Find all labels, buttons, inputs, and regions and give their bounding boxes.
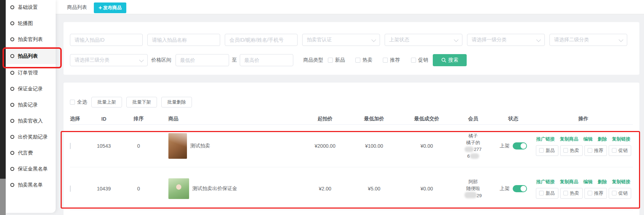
edit-action[interactable]: 编辑 [583, 179, 593, 185]
sidebar-item-bid-reward-records[interactable]: 出价奖励记录 [6, 129, 56, 145]
sidebar-item-label: 出价奖励记录 [18, 134, 48, 140]
tag-checkbox-new[interactable]: 新品 [536, 145, 558, 156]
sidebar-item-label: 订单管理 [18, 70, 38, 76]
tag-checkbox-new[interactable]: 新品 [536, 188, 558, 199]
header-id: ID [90, 116, 118, 122]
sidebar-item-deposit-records[interactable]: 保证金记录 [6, 81, 56, 97]
status-label: 上架 [500, 185, 510, 192]
type-checkbox-hot[interactable]: 热卖 [355, 57, 372, 63]
row-sort: 0 [118, 186, 159, 192]
header-select: 选择 [70, 116, 90, 122]
sidebar-item-auction-records[interactable]: 拍卖记录 [6, 97, 56, 113]
tag-checkbox-promo[interactable]: 促销 [609, 188, 631, 199]
batch-actions-row: 全选 批量上架 批量下架 批量删除 [70, 97, 192, 108]
sidebar-item-order-management[interactable]: 订单管理 [6, 65, 56, 81]
copy-link-action[interactable]: 复制链接 [612, 179, 630, 185]
table-row: 10543 0 测试拍卖 ¥2000.00 ¥100.00 ¥0.00 橘子 橘… [70, 125, 633, 167]
type-checkbox-promo[interactable]: 促销 [411, 57, 428, 63]
edit-action[interactable]: 编辑 [583, 136, 593, 142]
sidebar-item-carousel[interactable]: 轮播图 [6, 15, 56, 31]
delete-action[interactable]: 删除 [598, 179, 607, 185]
tab-product-list[interactable]: 商品列表 [67, 0, 87, 14]
copy-link-action[interactable]: 复制链接 [612, 136, 630, 142]
tag-checkbox-recommend[interactable]: 推荐 [584, 145, 607, 156]
sidebar-item-label: 基础设置 [18, 4, 38, 11]
shelf-toggle-on[interactable] [513, 142, 527, 150]
topbar: 商品列表 + 发布商品 [56, 0, 644, 14]
tag-checkbox-recommend[interactable]: 推荐 [584, 188, 607, 199]
sidebar-item-auction-blacklist[interactable]: 拍卖黑名单 [6, 177, 56, 193]
circle-icon [10, 103, 14, 107]
checkbox-icon[interactable] [383, 58, 388, 63]
checkbox-icon[interactable] [563, 148, 568, 153]
product-image [168, 133, 187, 159]
row-actions: 推广链接 复制商品 编辑 删除 复制链接 新品 热卖 [534, 136, 633, 156]
sidebar-item-basic-settings[interactable]: 基础设置 [6, 0, 56, 15]
left-edge-strip-lower [0, 179, 6, 215]
tag-label: 推荐 [594, 147, 603, 154]
price-range-label: 价格区间 [151, 57, 171, 63]
promo-link-action[interactable]: 推广链接 [536, 179, 555, 185]
shelf-toggle-on[interactable] [513, 185, 527, 192]
publish-product-button[interactable]: + 发布商品 [94, 2, 126, 13]
checkbox-icon[interactable] [588, 148, 592, 153]
shelf-status-select[interactable]: 上架状态 [385, 34, 462, 46]
sidebar-item-auctioneer-income[interactable]: 拍卖官收入 [6, 113, 56, 129]
plus-icon: + [98, 5, 102, 11]
sidebar-item-label: 拍卖黑名单 [18, 182, 43, 188]
select-all-checkbox[interactable]: 全选 [70, 99, 87, 105]
checkbox-icon[interactable] [70, 100, 75, 105]
category-level2-select[interactable]: 请选择二级分类 [549, 34, 627, 46]
tag-checkbox-hot[interactable]: 热卖 [560, 188, 583, 199]
sidebar-item-lot-list[interactable]: 拍品列表 [6, 48, 56, 64]
table-header-row: 选择 ID 排序 商品 起拍价 最低加价 最低成交价 会员 状态 操作 [70, 113, 633, 125]
batch-on-shelf-button[interactable]: 批量上架 [91, 97, 122, 108]
status-label: 上架 [500, 143, 510, 149]
tag-label: 热卖 [570, 190, 579, 196]
tag-checkbox-hot[interactable]: 热卖 [560, 145, 583, 156]
search-button[interactable]: 搜索 [433, 54, 467, 66]
type-checkbox-recommend[interactable]: 推荐 [383, 57, 400, 63]
row-checkbox[interactable] [70, 143, 71, 149]
sidebar-item-label: 轮播图 [18, 20, 33, 27]
checkbox-icon[interactable] [539, 148, 544, 153]
type-checkbox-new[interactable]: 新品 [328, 57, 345, 63]
checkbox-icon[interactable] [411, 58, 416, 63]
member-search-input[interactable] [225, 34, 298, 46]
row-sort: 0 [118, 143, 159, 149]
delete-action[interactable]: 删除 [598, 136, 607, 142]
max-price-input[interactable] [240, 54, 293, 66]
lot-id-input[interactable] [70, 34, 143, 46]
tag-label: 促销 [618, 190, 628, 196]
batch-delete-button[interactable]: 批量删除 [161, 97, 192, 108]
sidebar-item-auctioneer-list[interactable]: 拍卖官列表 [6, 31, 56, 47]
checkbox-icon[interactable] [539, 191, 544, 195]
checkbox-icon[interactable] [612, 191, 617, 195]
copy-product-action[interactable]: 复制商品 [560, 136, 578, 142]
select-all-label: 全选 [77, 99, 87, 105]
category-level3-select[interactable]: 请选择三级分类 [70, 54, 148, 66]
checkbox-icon[interactable] [612, 148, 617, 153]
tag-checkbox-promo[interactable]: 促销 [609, 145, 631, 156]
header-actions: 操作 [534, 116, 633, 122]
checkbox-icon[interactable] [563, 191, 568, 195]
auctioneer-cert-select[interactable]: 拍卖官认证 [302, 34, 380, 46]
row-checkbox[interactable] [70, 185, 71, 192]
row-id: 10543 [90, 143, 118, 149]
circle-icon [10, 119, 14, 123]
row-id: 10439 [90, 186, 118, 192]
checkbox-icon[interactable] [355, 58, 360, 63]
category-level1-select[interactable]: 请选择一级分类 [467, 34, 545, 46]
header-min-increment: 最低加价 [348, 116, 400, 122]
sidebar-item-deposit-blacklist[interactable]: 保证金黑名单 [6, 161, 56, 177]
circle-icon [10, 167, 14, 171]
promo-link-action[interactable]: 推广链接 [536, 136, 555, 142]
batch-off-shelf-button[interactable]: 批量下架 [126, 97, 157, 108]
header-member: 会员 [453, 116, 493, 122]
checkbox-icon[interactable] [588, 191, 592, 195]
checkbox-icon[interactable] [328, 58, 333, 63]
min-price-input[interactable] [176, 54, 229, 66]
lot-name-input[interactable] [147, 34, 220, 46]
sidebar-item-endorsement-fee[interactable]: 代言费 [6, 145, 56, 161]
copy-product-action[interactable]: 复制商品 [560, 179, 578, 185]
